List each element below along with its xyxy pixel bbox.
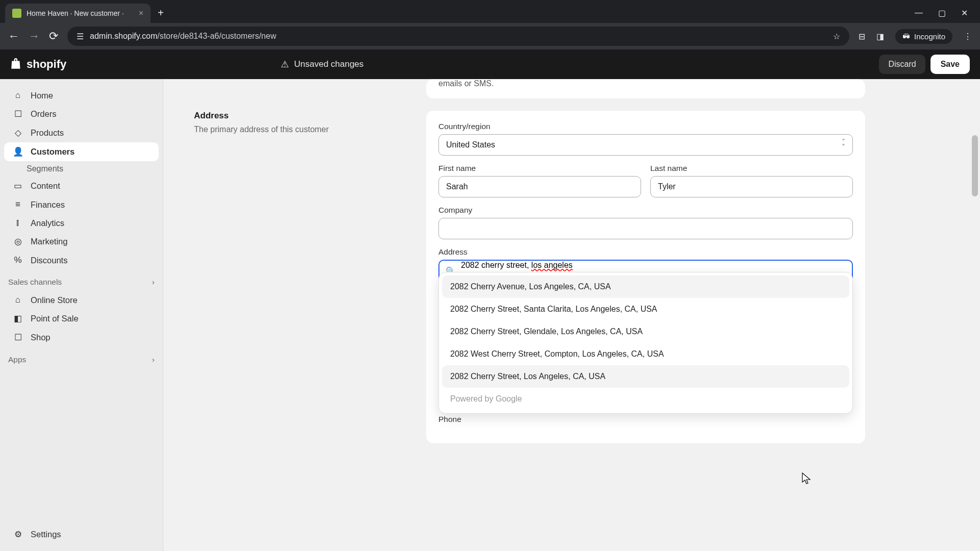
close-window-icon[interactable]: ✕ xyxy=(961,8,968,18)
warning-icon: ⚠ xyxy=(281,59,289,70)
sidebar-item-label: Products xyxy=(31,128,64,138)
autocomplete-item[interactable]: 2082 Cherry Street, Santa Clarita, Los A… xyxy=(442,298,849,320)
autocomplete-item[interactable]: 2082 Cherry Avenue, Los Angeles, CA, USA xyxy=(442,276,849,298)
extensions-icon[interactable]: ⊟ xyxy=(859,32,865,41)
sidebar-subitem-segments[interactable]: Segments xyxy=(0,161,163,177)
country-value: United States xyxy=(446,140,495,149)
browser-toolbar: ← → ⟳ ☰ admin.shopify.com/store/de8143-a… xyxy=(0,23,980,49)
sidebar-item-label: Settings xyxy=(31,530,61,539)
sidebar-item-finances[interactable]: ≡Finances xyxy=(4,195,159,214)
first-name-input[interactable] xyxy=(438,176,641,197)
sidebar-item-customers[interactable]: 👤Customers xyxy=(4,142,159,161)
sidebar: ⌂Home ☐Orders ◇Products 👤Customers Segme… xyxy=(0,79,163,551)
sidebar-item-label: Content xyxy=(31,181,60,191)
first-name-label: First name xyxy=(438,164,641,173)
last-name-label: Last name xyxy=(650,164,853,173)
sidebar-item-orders[interactable]: ☐Orders xyxy=(4,105,159,123)
back-icon[interactable]: ← xyxy=(8,30,19,43)
apps-header[interactable]: Apps› xyxy=(0,347,163,368)
sidebar-item-analytics[interactable]: ⫿Analytics xyxy=(4,214,159,232)
autocomplete-item[interactable]: 2082 West Cherry Street, Compton, Los An… xyxy=(442,343,849,365)
last-name-input[interactable] xyxy=(650,176,853,197)
sidebar-item-label: Point of Sale xyxy=(31,314,79,323)
scrollbar[interactable] xyxy=(971,79,979,551)
sidebar-item-pos[interactable]: ◧Point of Sale xyxy=(4,309,159,328)
incognito-icon: 🕶 xyxy=(902,32,910,41)
sidebar-item-settings[interactable]: ⚙Settings xyxy=(4,525,159,544)
sidebar-item-label: Finances xyxy=(31,200,65,210)
sidebar-item-shop[interactable]: ☐Shop xyxy=(4,328,159,347)
menu-icon[interactable]: ⋮ xyxy=(964,32,972,41)
sales-channels-header[interactable]: Sales channels› xyxy=(0,269,163,291)
phone-label: Phone xyxy=(438,415,853,424)
save-button[interactable]: Save xyxy=(930,55,970,74)
apps-label: Apps xyxy=(8,355,26,364)
unsaved-label: Unsaved changes xyxy=(294,59,363,69)
sidebar-item-label: Orders xyxy=(31,109,56,119)
close-icon[interactable]: × xyxy=(139,9,143,18)
address-autocomplete-dropdown: 2082 Cherry Avenue, Los Angeles, CA, USA… xyxy=(438,272,853,414)
sidebar-item-label: Shop xyxy=(31,333,51,342)
forward-icon: → xyxy=(29,30,40,43)
shop-icon: ☐ xyxy=(12,332,23,343)
window-controls: — ▢ ✕ xyxy=(915,8,980,23)
sidebar-item-label: Analytics xyxy=(31,218,64,228)
reload-icon[interactable]: ⟳ xyxy=(49,30,58,43)
country-select[interactable]: United States ˄˅ xyxy=(438,134,853,156)
tab-favicon xyxy=(12,9,21,18)
company-input[interactable] xyxy=(438,218,853,239)
section-desc: The primary address of this customer xyxy=(194,125,406,134)
finances-icon: ≡ xyxy=(12,199,23,210)
address-bar[interactable]: ☰ admin.shopify.com/store/de8143-a6/cust… xyxy=(67,27,849,46)
sidebar-item-online-store[interactable]: ⌂Online Store xyxy=(4,291,159,309)
sidebar-item-label: Customers xyxy=(31,147,75,157)
autocomplete-footer: Powered by Google xyxy=(442,388,849,410)
marketing-icon: ◎ xyxy=(12,236,23,247)
customers-icon: 👤 xyxy=(12,146,23,157)
sidebar-item-products[interactable]: ◇Products xyxy=(4,123,159,142)
shopify-logo[interactable]: shopify xyxy=(10,58,66,71)
new-tab-button[interactable]: + xyxy=(158,7,164,19)
site-info-icon[interactable]: ☰ xyxy=(77,32,84,41)
browser-tab[interactable]: Home Haven · New customer · × xyxy=(5,4,151,23)
sidebar-item-marketing[interactable]: ◎Marketing xyxy=(4,232,159,251)
sidebar-item-home[interactable]: ⌂Home xyxy=(4,86,159,105)
analytics-icon: ⫿ xyxy=(12,218,23,228)
products-icon: ◇ xyxy=(12,128,23,138)
sidebar-item-content[interactable]: ▭Content xyxy=(4,177,159,195)
country-label: Country/region xyxy=(438,122,853,131)
scrollbar-thumb[interactable] xyxy=(972,135,978,196)
company-label: Company xyxy=(438,206,853,215)
address-form-card: Country/region United States ˄˅ First na… xyxy=(426,111,865,443)
app-topbar: shopify ⚠ Unsaved changes Discard Save xyxy=(0,49,980,79)
discounts-icon: % xyxy=(12,255,23,265)
discard-button[interactable]: Discard xyxy=(879,55,925,74)
pos-icon: ◧ xyxy=(12,313,23,324)
address-label: Address xyxy=(438,247,853,257)
info-card: emails or SMS. xyxy=(426,79,865,98)
browser-tab-strip: Home Haven · New customer · × + — ▢ ✕ xyxy=(0,0,980,23)
sidepanel-icon[interactable]: ◨ xyxy=(876,32,884,41)
minimize-icon[interactable]: — xyxy=(915,8,923,18)
sidebar-item-discounts[interactable]: %Discounts xyxy=(4,251,159,269)
sidebar-item-label: Discounts xyxy=(31,256,67,265)
gear-icon: ⚙ xyxy=(12,529,23,540)
incognito-label: Incognito xyxy=(914,32,945,41)
orders-icon: ☐ xyxy=(12,109,23,119)
chevron-right-icon: › xyxy=(152,278,155,287)
autocomplete-item[interactable]: 2082 Cherry Street, Glendale, Los Angele… xyxy=(442,320,849,343)
mouse-cursor-icon xyxy=(801,472,812,485)
unsaved-changes-indicator: ⚠ Unsaved changes xyxy=(281,59,363,70)
bookmark-icon[interactable]: ☆ xyxy=(833,32,840,41)
store-icon: ⌂ xyxy=(12,295,23,305)
sidebar-item-label: Marketing xyxy=(31,237,67,246)
main-content: emails or SMS. Address The primary addre… xyxy=(163,79,980,551)
section-title: Address xyxy=(194,111,406,121)
content-icon: ▭ xyxy=(12,181,23,191)
select-caret-icon: ˄˅ xyxy=(842,140,845,150)
tab-title: Home Haven · New customer · xyxy=(27,9,134,17)
autocomplete-item[interactable]: 2082 Cherry Street, Los Angeles, CA, USA xyxy=(442,365,849,388)
incognito-badge[interactable]: 🕶 Incognito xyxy=(895,29,952,44)
maximize-icon[interactable]: ▢ xyxy=(938,8,946,18)
url-text: admin.shopify.com/store/de8143-a6/custom… xyxy=(90,32,276,41)
